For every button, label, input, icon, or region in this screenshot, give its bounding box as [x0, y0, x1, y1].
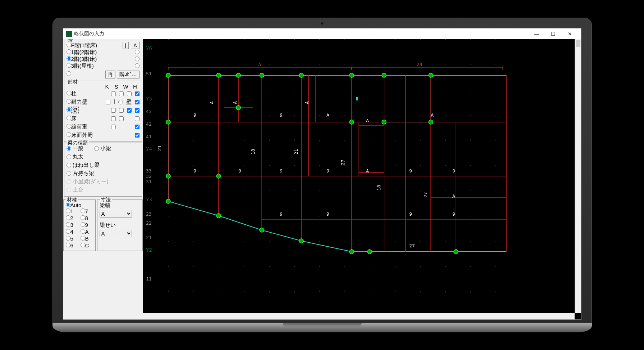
member-1-wall-radio[interactable] [118, 99, 123, 106]
floor-option-1[interactable]: 1階(2階床) [67, 49, 97, 56]
member-legend: 部材 [67, 79, 79, 85]
beam-type-1[interactable]: 小梁 [94, 145, 111, 152]
svg-text:9: 9 [280, 168, 283, 174]
floor-j-button[interactable]: j [123, 42, 129, 49]
svg-text:33: 33 [146, 168, 152, 174]
material-A[interactable]: A [81, 229, 93, 235]
titlebar: 略伏図の入力 — ☐ ✕ [63, 28, 581, 39]
laptop-camera [321, 22, 324, 25]
svg-text:9: 9 [409, 211, 412, 217]
member-row-1[interactable]: 耐力壁 [67, 99, 87, 106]
svg-text:A: A [304, 101, 310, 104]
svg-point-62 [299, 239, 303, 243]
material-group: 材種 Auto 1 7 2 8 3 9 4 A 5 [63, 199, 96, 251]
material-7[interactable]: 7 [81, 208, 93, 214]
floor-right-radio-1[interactable] [135, 50, 140, 54]
minimize-button[interactable]: — [529, 29, 545, 39]
member-1-k[interactable] [106, 99, 110, 106]
floor-option-blank[interactable] [67, 71, 71, 77]
laptop-base [52, 323, 592, 332]
floor-copy-button[interactable]: 階ｺﾋﾟ… [117, 71, 140, 78]
beam-type-4[interactable]: 片持ち梁 [67, 170, 94, 177]
beam-type-2[interactable]: 丸太 [67, 153, 83, 160]
horizontal-scrollbar[interactable] [143, 313, 575, 319]
material-legend: 材種 [66, 197, 78, 203]
svg-rect-1 [154, 39, 510, 306]
svg-rect-43 [356, 97, 358, 100]
member-row-0[interactable]: 柱 [67, 90, 77, 97]
member-2-s[interactable] [119, 108, 124, 113]
beam-type-3[interactable]: はね出し梁 [67, 162, 100, 169]
material-4[interactable]: 4 [66, 229, 78, 235]
floor-right-radio-3[interactable] [135, 63, 140, 68]
svg-text:Y3: Y3 [146, 197, 152, 202]
member-group: 部材 K S W H 柱 [64, 82, 142, 142]
dimension-legend: 寸法 [100, 197, 112, 203]
beam-height-select[interactable]: A [100, 230, 132, 237]
member-3-k[interactable] [111, 116, 116, 121]
drawing-canvas[interactable]: Y6 Y5 Y4 Y3 Y2 51 43 42 41 33 32 31 23 2… [143, 39, 581, 319]
member-col-k: K [104, 84, 110, 90]
floor-option-2[interactable]: 2階(3階床) [67, 56, 97, 63]
svg-text:23: 23 [146, 211, 152, 217]
svg-text:27: 27 [340, 160, 346, 165]
app-icon [66, 31, 72, 37]
floor-re-button[interactable]: 再 [105, 71, 115, 78]
member-0-h[interactable] [135, 91, 140, 96]
svg-text:9: 9 [193, 168, 196, 174]
material-C[interactable]: C [81, 242, 93, 248]
member-row-2[interactable]: 梁 [67, 107, 79, 114]
material-8[interactable]: 8 [81, 215, 93, 221]
member-2-h[interactable] [135, 108, 140, 113]
material-6[interactable]: 6 [66, 242, 78, 248]
member-0-k[interactable] [111, 91, 116, 96]
floor-a-button[interactable]: A [131, 42, 139, 49]
svg-point-51 [429, 73, 433, 77]
member-5-h[interactable] [135, 133, 140, 138]
svg-text:Y2: Y2 [146, 247, 152, 253]
svg-text:9: 9 [238, 168, 241, 174]
svg-text:27: 27 [423, 192, 428, 198]
svg-text:21: 21 [146, 235, 152, 240]
beam-type-group: 梁の種類 一般 小梁 丸太 はね出し梁 片持ち梁 小屋梁(ダミー) 土台 [64, 143, 142, 197]
material-1[interactable]: 1 [66, 208, 78, 214]
floor-right-radio-2[interactable] [135, 57, 140, 61]
svg-text:A: A [232, 101, 238, 104]
member-3-h[interactable] [135, 116, 140, 121]
svg-text:9: 9 [452, 168, 455, 174]
beam-type-0[interactable]: 一般 [67, 145, 83, 152]
material-5[interactable]: 5 [66, 235, 78, 242]
svg-text:Y5: Y5 [146, 96, 152, 102]
material-3[interactable]: 3 [66, 222, 78, 228]
svg-point-50 [382, 73, 386, 77]
member-4-k[interactable] [111, 125, 116, 129]
svg-text:41: 41 [146, 134, 152, 139]
member-col-h: H [132, 84, 138, 90]
vertical-scrollbar[interactable] [575, 39, 581, 313]
svg-text:A: A [452, 193, 455, 199]
beam-width-select[interactable]: A [100, 210, 132, 217]
member-row-3[interactable]: 床 [67, 115, 77, 122]
svg-point-65 [454, 250, 458, 254]
member-0-w[interactable] [127, 91, 132, 96]
floor-group: 階 F階(1階床) j A 1階(2階床) [64, 40, 142, 81]
material-B[interactable]: B [81, 235, 93, 242]
material-2[interactable]: 2 [66, 215, 78, 221]
member-1-h[interactable] [135, 99, 140, 106]
sidebar: 階 F階(1階床) j A 1階(2階床) [63, 39, 143, 319]
beam-type-5: 小屋梁(ダミー) [67, 178, 109, 185]
close-button[interactable]: ✕ [562, 29, 578, 39]
member-row-5[interactable]: 床面外周 [67, 132, 93, 139]
member-2-w[interactable] [127, 108, 132, 113]
member-4-h[interactable] [135, 125, 140, 129]
floor-option-3[interactable]: 3階(屋根) [67, 63, 94, 69]
maximize-button[interactable]: ☐ [545, 29, 562, 39]
member-2-k[interactable] [111, 108, 116, 113]
member-row-4[interactable]: 線荷重 [67, 124, 87, 130]
svg-text:43: 43 [146, 109, 152, 114]
member-3-s[interactable] [119, 116, 124, 121]
member-0-s[interactable] [119, 91, 124, 96]
svg-text:42: 42 [146, 121, 152, 127]
svg-text:22: 22 [146, 220, 152, 226]
material-9[interactable]: 9 [81, 222, 93, 228]
